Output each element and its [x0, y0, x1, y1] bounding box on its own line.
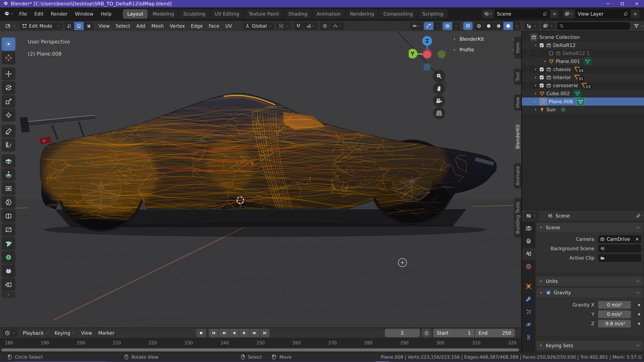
- menu-help[interactable]: Help: [97, 9, 115, 18]
- viewport-menu-edge[interactable]: Edge: [188, 22, 206, 30]
- workspace-tab-uv-editing[interactable]: UV Editing: [210, 9, 244, 19]
- maximize-button[interactable]: [615, 0, 630, 7]
- checkbox-icon[interactable]: [548, 51, 554, 56]
- tool-edge-slide[interactable]: [2, 278, 16, 291]
- close-button[interactable]: [630, 0, 644, 7]
- shading-material-preview[interactable]: [494, 22, 503, 30]
- checkbox-icon[interactable]: [539, 83, 544, 88]
- tool-transform[interactable]: [2, 109, 16, 122]
- play-reverse-button[interactable]: [229, 329, 239, 337]
- background-scene-field[interactable]: [598, 245, 641, 253]
- prev-keyframe-button[interactable]: [219, 329, 229, 337]
- gizmo-dropdown[interactable]: [434, 22, 441, 30]
- editor-type-button[interactable]: [3, 22, 18, 30]
- frame-start-field[interactable]: Start1: [433, 329, 474, 337]
- select-mode-face[interactable]: [84, 22, 94, 30]
- sidebar-panel-profile[interactable]: Profile: [450, 44, 520, 55]
- drag-handle-icon[interactable]: [635, 279, 640, 284]
- properties-tab-physics[interactable]: [522, 319, 535, 331]
- proportional-falloff-dropdown[interactable]: [330, 22, 344, 30]
- show-overlays-toggle[interactable]: [443, 22, 452, 30]
- next-keyframe-button[interactable]: [250, 329, 260, 337]
- shading-solid[interactable]: [484, 22, 494, 30]
- gravity-checkbox[interactable]: [546, 290, 551, 295]
- proportional-edit-toggle[interactable]: [320, 22, 330, 30]
- tool-inset-faces[interactable]: [2, 182, 16, 195]
- checkbox-icon[interactable]: [539, 75, 544, 80]
- disclosure-icon[interactable]: [534, 43, 538, 47]
- tool-knife[interactable]: [2, 223, 16, 236]
- view-layer-remove-button[interactable]: [631, 9, 640, 18]
- tool-cursor-3d[interactable]: [2, 51, 16, 64]
- sidebar-tab-blenderkit[interactable]: BlenderKit: [514, 120, 521, 153]
- properties-tab-particles[interactable]: [522, 306, 535, 318]
- tool-annotate[interactable]: [2, 125, 16, 138]
- viewport-menu-uv[interactable]: UV: [222, 22, 235, 30]
- outliner-row-carosserie[interactable]: carosserie23: [522, 81, 644, 89]
- tool-bevel[interactable]: [2, 196, 16, 209]
- view-layer-browse-button[interactable]: [563, 9, 575, 18]
- outliner-row-cube-002[interactable]: Cube.002: [522, 89, 644, 97]
- outliner-row-plane-001[interactable]: Plane.001: [522, 57, 644, 65]
- workspace-tab-scripting[interactable]: Scripting: [418, 9, 448, 19]
- viewport-menu-view[interactable]: View: [96, 22, 112, 30]
- camera-view-button[interactable]: [433, 95, 445, 107]
- ortho-toggle-button[interactable]: [433, 107, 445, 119]
- animate-dot[interactable]: [638, 304, 640, 306]
- tool-poly-build[interactable]: [2, 237, 16, 250]
- workspace-tab-sculpting[interactable]: Sculpting: [179, 9, 210, 19]
- gravity-value-slider[interactable]: 0 m/s²: [598, 310, 631, 318]
- sidebar-tab-building-tools[interactable]: Building Tools: [514, 198, 521, 238]
- menu-edit[interactable]: Edit: [31, 9, 47, 18]
- animate-dot[interactable]: [638, 313, 640, 315]
- use-preview-range-toggle[interactable]: [422, 329, 431, 337]
- viewport-menu-mesh[interactable]: Mesh: [148, 22, 167, 30]
- gravity-value-slider[interactable]: -9.8 m/s²: [598, 320, 631, 328]
- active-clip-field[interactable]: [598, 254, 641, 262]
- viewport-3d[interactable]: User Perspective (2) Plane.008 BlenderKi…: [0, 31, 521, 328]
- outliner-row-chassis[interactable]: chassis33: [522, 65, 644, 73]
- select-mode-vertex[interactable]: [64, 22, 74, 30]
- properties-tab-object[interactable]: [522, 280, 535, 292]
- drag-handle-icon[interactable]: [635, 343, 640, 348]
- gravity-value-slider[interactable]: 0 m/s²: [598, 301, 631, 309]
- properties-tab-output[interactable]: [522, 235, 535, 247]
- sidebar-tab-item[interactable]: Item: [514, 37, 521, 59]
- tool-add-cube[interactable]: [2, 155, 16, 168]
- blender-menu-icon[interactable]: [3, 10, 10, 17]
- workspace-tab-rendering[interactable]: Rendering: [346, 9, 378, 19]
- navigation-gizmo[interactable]: Z Y: [409, 34, 447, 73]
- tool-scale[interactable]: [2, 95, 16, 108]
- timeline-ruler[interactable]: 1801902002102202302402502602702802903003…: [0, 338, 521, 348]
- menu-file[interactable]: File: [16, 9, 31, 18]
- sidebar-panel-blenderkit[interactable]: BlenderKit: [450, 34, 520, 44]
- panel-keying-sets[interactable]: Keying Sets: [536, 341, 643, 350]
- pin-icon[interactable]: [636, 213, 641, 219]
- timeline-editor-type-button[interactable]: [3, 329, 18, 337]
- disclosure-icon[interactable]: [534, 91, 538, 95]
- outliner-search-input[interactable]: [557, 22, 630, 30]
- disclosure-icon[interactable]: [543, 59, 547, 63]
- scene-unlink-button[interactable]: [550, 9, 559, 18]
- frame-end-field[interactable]: End250: [475, 329, 515, 337]
- sidebar-tab-view[interactable]: View: [514, 94, 521, 111]
- xray-toggle[interactable]: [463, 22, 472, 30]
- checkbox-icon[interactable]: [539, 67, 544, 72]
- outliner-row-deltar12-1[interactable]: DeltaR12 1: [522, 49, 644, 57]
- tool-smooth[interactable]: [2, 265, 16, 278]
- shading-wireframe[interactable]: [474, 22, 484, 30]
- pan-button[interactable]: [433, 82, 445, 95]
- workspace-tab-animation[interactable]: Animation: [312, 9, 345, 19]
- workspace-tab-shading[interactable]: Shading: [284, 9, 312, 19]
- select-mode-edge[interactable]: [74, 22, 84, 30]
- shading-rendered[interactable]: [504, 22, 513, 30]
- play-button[interactable]: [240, 329, 249, 337]
- tool-loop-cut[interactable]: [2, 210, 16, 223]
- workspace-tab-texture-paint[interactable]: Texture Paint: [244, 9, 283, 19]
- properties-tab-render[interactable]: [522, 222, 535, 234]
- overlays-dropdown[interactable]: [452, 22, 460, 30]
- disclosure-icon[interactable]: [534, 99, 538, 104]
- drag-handle-icon[interactable]: [635, 225, 640, 230]
- outliner-row-plane-008[interactable]: Plane.008: [522, 97, 644, 106]
- animate-dot[interactable]: [638, 323, 640, 325]
